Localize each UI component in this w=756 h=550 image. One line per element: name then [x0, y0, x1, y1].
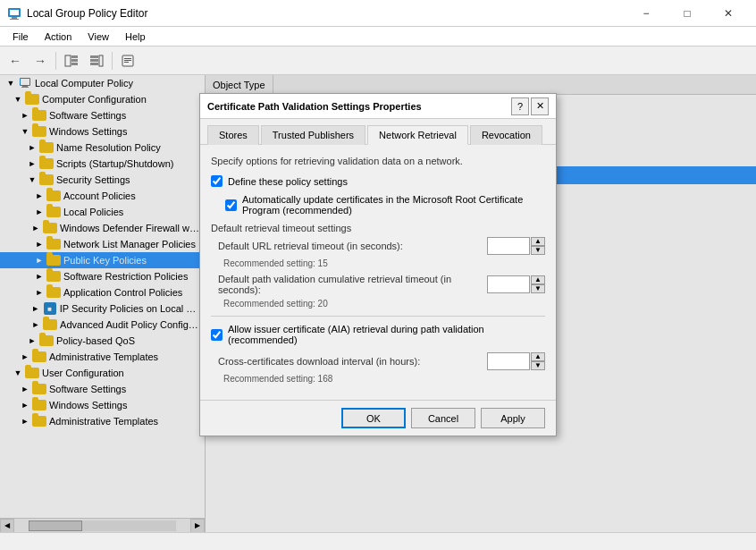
- tab-stores[interactable]: Stores: [207, 125, 259, 145]
- toolbar-separator-2: [112, 52, 113, 70]
- window-title: Local Group Policy Editor: [27, 7, 626, 20]
- cross-cert-down-button[interactable]: ▼: [531, 361, 545, 370]
- auto-update-row: Automatically update certificates in the…: [211, 194, 545, 216]
- dialog-description: Specify options for retrieving validatio…: [211, 156, 545, 166]
- menu-file[interactable]: File: [5, 30, 36, 44]
- path-timeout-up-button[interactable]: ▲: [531, 275, 545, 284]
- aia-row: Allow issuer certificate (AIA) retrieval…: [211, 324, 545, 345]
- svg-rect-4: [65, 55, 71, 66]
- cancel-button[interactable]: Cancel: [411, 408, 475, 428]
- svg-rect-10: [90, 63, 98, 65]
- svg-rect-7: [71, 63, 78, 65]
- dialog-footer: OK Cancel Apply: [200, 400, 556, 436]
- svg-rect-1: [10, 10, 19, 15]
- dialog-separator: [211, 316, 545, 317]
- auto-update-checkbox[interactable]: [225, 199, 237, 211]
- title-bar: Local Group Policy Editor − □ ✕: [0, 0, 756, 27]
- define-policy-label: Define these policy settings: [228, 176, 348, 187]
- dialog-title-bar: Certificate Path Validation Settings Pro…: [200, 94, 556, 119]
- main-area: ▼ Local Computer Policy ▼ Computer Confi…: [0, 75, 756, 532]
- url-timeout-sub: Recommended setting: 15: [211, 258, 545, 268]
- retrieval-timeout-section: Default retrieval timeout settings: [211, 223, 545, 233]
- maximize-button[interactable]: □: [667, 0, 708, 27]
- path-timeout-input[interactable]: 20: [487, 275, 530, 293]
- menu-help[interactable]: Help: [118, 30, 153, 44]
- cross-cert-row: Cross-certificates download interval (in…: [211, 352, 545, 370]
- path-timeout-down-button[interactable]: ▼: [531, 284, 545, 293]
- path-timeout-label: Default path validation cumulative retri…: [211, 274, 487, 295]
- svg-rect-13: [124, 58, 131, 59]
- back-button[interactable]: ←: [4, 49, 27, 72]
- aia-checkbox[interactable]: [211, 329, 223, 341]
- certificate-path-dialog: Certificate Path Validation Settings Pro…: [199, 93, 557, 436]
- url-timeout-label: Default URL retrieval timeout (in second…: [211, 241, 487, 251]
- path-timeout-sub: Recommended setting: 20: [211, 299, 545, 309]
- path-timeout-spinner: 20 ▲ ▼: [487, 275, 545, 293]
- window-controls: − □ ✕: [626, 0, 749, 27]
- svg-rect-5: [71, 55, 78, 58]
- path-timeout-spinner-buttons: ▲ ▼: [531, 275, 545, 293]
- forward-button[interactable]: →: [29, 49, 52, 72]
- menu-bar: File Action View Help: [0, 27, 756, 47]
- url-timeout-up-button[interactable]: ▲: [531, 237, 545, 246]
- status-bar: [0, 532, 756, 550]
- define-policy-checkbox[interactable]: [211, 175, 223, 187]
- dialog-title-text: Certificate Path Validation Settings Pro…: [207, 101, 511, 112]
- dialog-overlay: Certificate Path Validation Settings Pro…: [0, 75, 756, 532]
- svg-rect-3: [10, 19, 19, 20]
- svg-rect-8: [90, 55, 98, 58]
- url-timeout-input[interactable]: 15: [487, 237, 530, 255]
- svg-rect-2: [12, 17, 17, 19]
- cross-cert-up-button[interactable]: ▲: [531, 352, 545, 361]
- tab-revocation[interactable]: Revocation: [470, 125, 542, 145]
- url-timeout-row: Default URL retrieval timeout (in second…: [211, 237, 545, 255]
- url-timeout-spinner: 15 ▲ ▼: [487, 237, 545, 255]
- cross-cert-input[interactable]: 168: [487, 352, 530, 370]
- minimize-button[interactable]: −: [626, 0, 667, 27]
- ok-button[interactable]: OK: [341, 408, 406, 428]
- path-timeout-row: Default path validation cumulative retri…: [211, 274, 545, 295]
- svg-rect-9: [90, 59, 98, 62]
- dialog-tabs: Stores Trusted Publishers Network Retrie…: [200, 119, 556, 145]
- cross-cert-sub: Recommended setting: 168: [211, 374, 545, 384]
- dialog-content: Specify options for retrieving validatio…: [200, 145, 556, 400]
- tab-network-retrieval[interactable]: Network Retrieval: [367, 125, 468, 145]
- close-button[interactable]: ✕: [708, 0, 749, 27]
- toolbar-separator-1: [55, 52, 56, 70]
- toolbar: ← →: [0, 47, 756, 75]
- dialog-help-button[interactable]: ?: [511, 97, 529, 115]
- show-hide-action-button[interactable]: [85, 49, 108, 72]
- app-icon: [7, 6, 21, 21]
- main-window: Local Group Policy Editor − □ ✕ File Act…: [0, 0, 756, 550]
- properties-button[interactable]: [116, 49, 139, 72]
- cross-cert-spinner-buttons: ▲ ▼: [531, 352, 545, 370]
- cross-cert-spinner: 168 ▲ ▼: [487, 352, 545, 370]
- define-policy-row: Define these policy settings: [211, 175, 545, 187]
- svg-rect-6: [71, 59, 78, 62]
- svg-rect-11: [99, 55, 103, 66]
- tab-trusted-publishers[interactable]: Trusted Publishers: [261, 125, 365, 145]
- menu-action[interactable]: Action: [38, 30, 80, 44]
- auto-update-label: Automatically update certificates in the…: [242, 194, 545, 216]
- svg-rect-14: [124, 60, 131, 61]
- cross-cert-label: Cross-certificates download interval (in…: [211, 356, 487, 367]
- apply-button[interactable]: Apply: [481, 408, 545, 428]
- dialog-close-button[interactable]: ✕: [531, 97, 549, 115]
- dialog-title-buttons: ? ✕: [511, 97, 549, 115]
- url-timeout-spinner-buttons: ▲ ▼: [531, 237, 545, 255]
- menu-view[interactable]: View: [80, 30, 116, 44]
- url-timeout-down-button[interactable]: ▼: [531, 246, 545, 255]
- svg-rect-15: [124, 62, 129, 63]
- aia-label: Allow issuer certificate (AIA) retrieval…: [228, 324, 545, 345]
- show-hide-tree-button[interactable]: [60, 49, 83, 72]
